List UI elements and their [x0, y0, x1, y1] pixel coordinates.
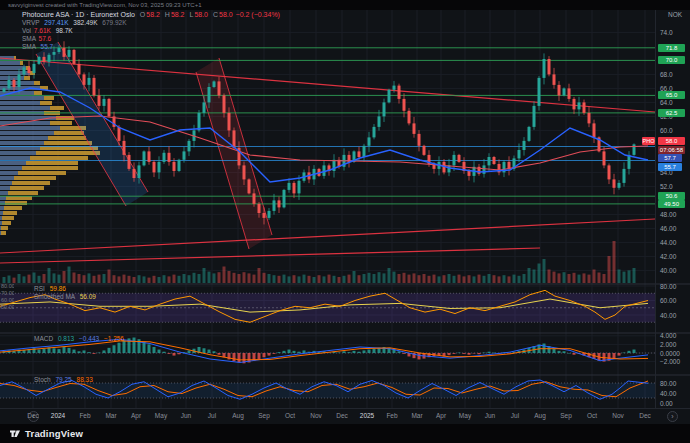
candle-body	[203, 102, 206, 113]
candle-body	[533, 106, 536, 127]
volume-bar	[538, 264, 541, 284]
rsi-label[interactable]: RSI	[34, 285, 45, 292]
rsi-left-tick-label: 60.00	[1, 297, 14, 304]
volume-bar	[133, 277, 136, 283]
rsi-smoothed-label[interactable]: Smoothed MA	[34, 293, 75, 300]
volume-bar	[198, 274, 201, 283]
volume-bar	[408, 275, 411, 283]
macd-signal-value: −1.256	[104, 335, 124, 342]
candle-body	[568, 88, 571, 99]
stoch-label[interactable]: Stoch	[34, 376, 51, 383]
macd-line-value: −0.443	[79, 335, 99, 342]
macd-histogram-bar	[298, 352, 301, 353]
vrvp-label[interactable]: VRVP	[22, 19, 39, 26]
tradingview-logo[interactable]: TradingView	[9, 427, 83, 440]
volume-bar	[93, 276, 96, 283]
macd-histogram-bar	[203, 348, 206, 353]
candle-body	[538, 78, 541, 106]
ohlc-high-value: 58.2	[171, 11, 185, 18]
candle-body	[558, 85, 561, 96]
candle-body	[183, 151, 186, 159]
volume-bar	[233, 273, 236, 283]
candle-body	[198, 113, 201, 130]
rsi-legend[interactable]: RSI 59.86 Smoothed MA 56.09	[34, 285, 96, 301]
volume-profile-bar-down	[3, 211, 17, 215]
volume-bar	[163, 275, 166, 283]
volume-bar	[533, 270, 536, 284]
volume-bar	[593, 270, 596, 284]
macd-histogram-bar	[623, 353, 626, 354]
candle-body	[93, 78, 96, 96]
volume-bar	[558, 273, 561, 283]
macd-histogram-bar	[478, 353, 481, 354]
sma1-label[interactable]: SMA	[22, 35, 36, 42]
time-axis-month-label: Mar	[105, 412, 116, 419]
volume-bar	[203, 268, 206, 283]
macd-histogram-bar	[63, 347, 66, 353]
macd-tick-label: 0.0000	[660, 350, 680, 357]
volume-bar	[353, 271, 356, 283]
macd-histogram-bar	[88, 352, 91, 353]
volume-profile-bar-up	[0, 106, 50, 110]
legend-row-volume[interactable]: Vol 7.61K 98.7K	[22, 27, 280, 35]
volume-profile-bar-up	[0, 171, 18, 175]
volume-bar	[508, 276, 511, 283]
jump-to-latest-button[interactable]: ›	[667, 411, 678, 422]
time-axis[interactable]: ‹ › Dec2024FebMarAprMayJunJulAugSepOctNo…	[0, 408, 690, 424]
macd-legend[interactable]: MACD 0.813 −0.443 −1.256	[34, 335, 124, 343]
ohlc-open-value: 58.2	[146, 11, 160, 18]
volume-label[interactable]: Vol	[22, 27, 31, 34]
volume-profile-bar-down	[34, 81, 40, 85]
candle-body	[133, 169, 136, 178]
volume-profile-bar-down	[26, 161, 78, 165]
macd-histogram-bar	[83, 350, 86, 353]
macd-histogram-bar	[73, 350, 76, 353]
stoch-legend[interactable]: Stoch 79.25 88.33	[34, 376, 93, 384]
macd-histogram-bar	[258, 353, 261, 359]
symbol-legend-row[interactable]: Photocure ASA · 1D · Euronext Oslo O58.2…	[22, 11, 280, 19]
candle-body	[288, 183, 291, 190]
candle-body	[108, 99, 111, 117]
macd-histogram-bar	[288, 350, 291, 353]
macd-histogram-bar	[43, 349, 46, 353]
legend-row-sma-2[interactable]: SMA 55.7	[22, 43, 280, 51]
macd-histogram-bar	[93, 353, 96, 354]
candle-body	[38, 57, 41, 64]
legend-row-sma-1[interactable]: SMA 57.6	[22, 35, 280, 43]
price-tick-label: 74.0	[660, 29, 673, 36]
macd-histogram-bar	[553, 349, 556, 353]
macd-histogram-bar	[58, 349, 61, 353]
candle-body	[488, 157, 491, 165]
macd-histogram-bar	[398, 351, 401, 353]
candle-body	[543, 59, 546, 78]
volume-profile-bar-up	[0, 166, 22, 170]
rsi-value: 59.86	[50, 285, 66, 292]
macd-label[interactable]: MACD	[34, 335, 53, 342]
sma2-label[interactable]: SMA	[22, 43, 36, 50]
macd-histogram-bar	[98, 353, 101, 354]
volume-bar	[448, 274, 451, 283]
legend-row-vrvp[interactable]: VRVP 297.41K 382.49K 679.92K	[22, 19, 280, 27]
time-axis-month-label: Oct	[587, 412, 597, 419]
rsi-smoothed-value: 56.09	[80, 293, 96, 300]
macd-tick-label: 2.000	[660, 341, 676, 348]
volume-profile-bar-up	[0, 231, 1, 235]
candle-body	[128, 155, 131, 169]
time-axis-month-label: Feb	[79, 412, 90, 419]
volume-bar	[273, 275, 276, 283]
volume-bar	[313, 277, 316, 283]
candle-body	[53, 52, 56, 55]
chart-plot-area[interactable]	[0, 0, 690, 424]
macd-histogram-bar	[448, 353, 451, 355]
volume-bar	[158, 277, 161, 283]
time-axis-month-label: Jun	[181, 412, 191, 419]
macd-histogram-bar	[373, 349, 376, 353]
volume-bar	[188, 275, 191, 283]
symbol-title[interactable]: Photocure ASA · 1D · Euronext Oslo	[22, 11, 135, 18]
candle-body	[148, 151, 151, 162]
macd-histogram-bar	[283, 351, 286, 353]
candle-body	[468, 171, 471, 176]
price-axis[interactable]: NOK 74.068.066.064.062.060.054.052.048.0…	[655, 10, 690, 408]
candle-body	[453, 155, 456, 166]
volume-profile-bar-down	[50, 121, 72, 125]
